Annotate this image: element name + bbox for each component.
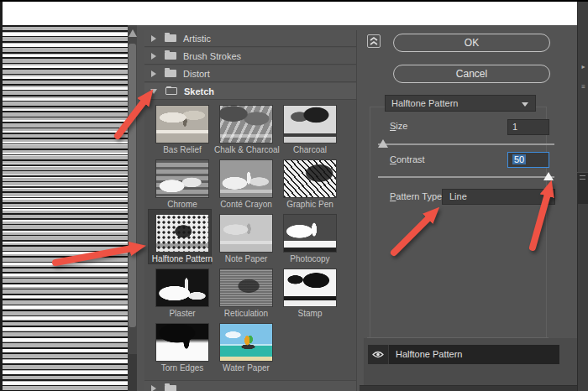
filter-thumbnail-label: Water Paper xyxy=(214,363,278,373)
folder-icon xyxy=(165,34,176,42)
collapsed-triangle-icon xyxy=(151,385,156,391)
category-label: Distort xyxy=(183,69,210,79)
panel-expand-icon[interactable]: ▸ xyxy=(578,64,588,70)
pattern-type-value: Line xyxy=(449,191,467,201)
filter-thumbnail-label: Conté Crayon xyxy=(214,200,278,209)
contrast-label: Contrast xyxy=(390,154,425,164)
filter-thumbnail-note-paper[interactable] xyxy=(219,214,273,253)
pattern-type-label: Pattern Type: xyxy=(390,191,444,201)
filter-thumbnail-label: Plaster xyxy=(150,309,214,318)
filter-preview-image xyxy=(3,25,128,391)
folder-icon xyxy=(165,52,176,60)
size-slider-thumb[interactable] xyxy=(378,139,388,148)
filter-thumbnail-photocopy[interactable] xyxy=(283,214,337,253)
panel-bottom-edge xyxy=(360,385,577,391)
filter-thumbnail-plaster[interactable] xyxy=(155,268,209,307)
filter-thumbnail-chalk-charcoal[interactable] xyxy=(219,105,273,143)
category-artistic[interactable]: Artistic xyxy=(144,30,357,47)
open-folder-icon xyxy=(165,87,177,95)
screenshot-root: ▸ ≡ Artistic Brush Strokes xyxy=(0,0,588,391)
category-sketch[interactable]: Sketch xyxy=(144,83,357,100)
filter-thumbnail-label: Stamp xyxy=(278,309,342,318)
filter-thumbnail-label: Charcoal xyxy=(278,145,342,154)
pattern-type-dropdown[interactable]: Line xyxy=(442,189,555,205)
collapse-thumbnails-button[interactable] xyxy=(367,34,381,48)
preview-scrollbar-track[interactable] xyxy=(128,354,137,391)
filter-thumbnail-water-paper[interactable] xyxy=(219,323,273,362)
eye-icon xyxy=(372,351,384,358)
filter-thumbnail-label: Halftone Pattern xyxy=(150,254,214,263)
ok-button[interactable]: OK xyxy=(393,34,550,52)
panel-tab-mark xyxy=(580,175,585,176)
filter-thumbnail-graphic-pen[interactable] xyxy=(283,159,337,198)
filter-thumbnail-conte-crayon[interactable] xyxy=(219,159,273,198)
filter-category-panel: Artistic Brush Strokes Distort Sketch Ba… xyxy=(144,30,357,391)
chevron-down-icon xyxy=(522,102,528,107)
folder-icon xyxy=(165,385,176,391)
panel-divider xyxy=(367,337,549,338)
filter-thumbnail-reticulation[interactable] xyxy=(219,268,273,307)
size-input[interactable]: 1 xyxy=(507,119,549,135)
size-slider-track[interactable] xyxy=(378,143,554,145)
filter-thumbnail-label: Chalk & Charcoal xyxy=(214,145,278,154)
filter-thumbnail-label: Bas Relief xyxy=(150,145,214,154)
preview-scrollbar-thumb[interactable] xyxy=(129,44,136,327)
contrast-slider-track[interactable] xyxy=(378,176,554,178)
category-brush-strokes[interactable]: Brush Strokes xyxy=(144,48,357,65)
collapse-thumbnails-icon xyxy=(370,37,378,45)
filter-thumbnail-bas-relief[interactable] xyxy=(155,105,209,143)
filter-thumbnail-torn-edges[interactable] xyxy=(155,323,209,362)
expanded-triangle-icon xyxy=(150,89,157,94)
size-label: Size xyxy=(390,121,407,131)
category-label: Brush Strokes xyxy=(183,51,241,61)
scroll-up-icon[interactable] xyxy=(129,29,137,37)
folder-icon xyxy=(165,70,176,77)
collapsed-triangle-icon xyxy=(151,53,156,60)
visibility-toggle[interactable] xyxy=(368,345,389,364)
filter-thumbnail-halftone-pattern[interactable] xyxy=(155,214,209,253)
collapsed-panel-tab[interactable] xyxy=(577,172,588,204)
filter-gallery-dialog: Artistic Brush Strokes Distort Sketch Ba… xyxy=(3,25,577,391)
category-label: Artistic xyxy=(183,34,211,44)
collapsed-triangle-icon xyxy=(151,70,156,77)
filter-thumbnail-label: Reticulation xyxy=(214,309,278,318)
category-next-partial[interactable] xyxy=(144,380,357,391)
category-label: Sketch xyxy=(184,86,214,96)
category-distort[interactable]: Distort xyxy=(144,65,357,82)
filter-thumbnail-charcoal[interactable] xyxy=(283,105,337,143)
filter-thumbnail-label: Note Paper xyxy=(214,254,278,263)
contrast-input[interactable]: 50 xyxy=(507,152,549,168)
filter-thumbnail-label: Photocopy xyxy=(278,254,342,263)
dialog-titlebar[interactable] xyxy=(3,2,577,25)
filter-thumbnail-stamp[interactable] xyxy=(283,268,337,307)
contrast-slider-thumb[interactable] xyxy=(543,172,554,180)
effect-layer-name: Halftone Pattern xyxy=(389,345,559,364)
filter-settings-group xyxy=(370,107,547,338)
filter-select-dropdown[interactable]: Halftone Pattern xyxy=(385,95,536,112)
panel-tab-mark xyxy=(580,179,585,180)
collapsed-triangle-icon xyxy=(151,35,156,42)
cancel-button[interactable]: Cancel xyxy=(393,65,550,83)
panel-menu-icon[interactable]: ≡ xyxy=(578,84,588,91)
filter-thumbnail-label: Graphic Pen xyxy=(278,200,342,209)
filter-select-value: Halftone Pattern xyxy=(391,98,459,108)
filter-thumbnail-label: Chrome xyxy=(150,200,214,209)
effect-layer-row[interactable]: Halftone Pattern xyxy=(368,345,559,364)
filter-thumbnail-chrome[interactable] xyxy=(155,159,209,198)
filter-thumbnail-label: Torn Edges xyxy=(150,363,214,373)
